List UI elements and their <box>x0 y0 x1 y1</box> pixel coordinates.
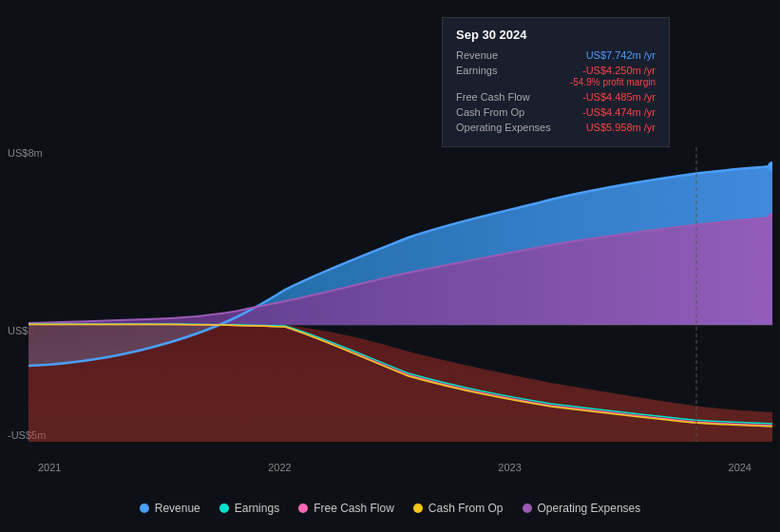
chart-container: Sep 30 2024 Revenue US$7.742m /yr Earnin… <box>0 0 780 532</box>
tooltip-earnings-label: Earnings <box>456 65 497 76</box>
legend-earnings[interactable]: Earnings <box>219 502 279 515</box>
tooltip-cashop-value: -US$4.474m /yr <box>582 106 656 118</box>
tooltip-fcf-label: Free Cash Flow <box>456 91 530 103</box>
legend-cashop-label: Cash From Op <box>428 502 504 515</box>
legend-cashop[interactable]: Cash From Op <box>413 502 504 515</box>
legend-earnings-label: Earnings <box>235 502 279 515</box>
tooltip-box: Sep 30 2024 Revenue US$7.742m /yr Earnin… <box>442 17 670 147</box>
x-label-2024: 2024 <box>729 462 751 473</box>
legend-revenue-label: Revenue <box>155 502 200 515</box>
tooltip-fcf-row: Free Cash Flow -US$4.485m /yr <box>456 91 656 103</box>
legend-opex-label: Operating Expenses <box>538 502 641 515</box>
x-axis-labels: 2021 2022 2023 2024 <box>0 462 780 473</box>
chart-svg <box>29 147 772 442</box>
legend-fcf-label: Free Cash Flow <box>314 502 394 515</box>
x-label-2021: 2021 <box>38 462 61 473</box>
legend-revenue[interactable]: Revenue <box>140 502 200 515</box>
tooltip-cashop-row: Cash From Op -US$4.474m /yr <box>456 106 656 118</box>
x-label-2023: 2023 <box>498 462 521 473</box>
tooltip-revenue-row: Revenue US$7.742m /yr <box>456 49 656 61</box>
tooltip-fcf-value: -US$4.485m /yr <box>582 91 656 103</box>
legend-earnings-dot <box>219 504 229 513</box>
tooltip-title: Sep 30 2024 <box>456 28 656 42</box>
legend-revenue-dot <box>140 504 149 513</box>
legend-fcf[interactable]: Free Cash Flow <box>298 502 394 515</box>
tooltip-opex-value: US$5.958m /yr <box>586 122 656 133</box>
tooltip-revenue-value: US$7.742m /yr <box>586 49 656 61</box>
legend-cashop-dot <box>413 504 423 513</box>
legend-fcf-dot <box>298 504 308 513</box>
chart-legend: Revenue Earnings Free Cash Flow Cash Fro… <box>0 502 780 515</box>
tooltip-cashop-label: Cash From Op <box>456 106 524 118</box>
tooltip-earnings-value: -US$4.250m /yr <box>582 65 656 76</box>
tooltip-earnings-row: Earnings -US$4.250m /yr <box>456 65 656 76</box>
tooltip-opex-row: Operating Expenses US$5.958m /yr <box>456 122 656 133</box>
x-label-2022: 2022 <box>268 462 291 473</box>
legend-opex[interactable]: Operating Expenses <box>523 502 641 515</box>
tooltip-profit-margin: -54.9% profit margin <box>570 77 656 87</box>
tooltip-earnings-sub: -54.9% profit margin <box>456 77 656 87</box>
tooltip-revenue-label: Revenue <box>456 49 498 61</box>
tooltip-opex-label: Operating Expenses <box>456 122 551 133</box>
legend-opex-dot <box>523 504 532 513</box>
